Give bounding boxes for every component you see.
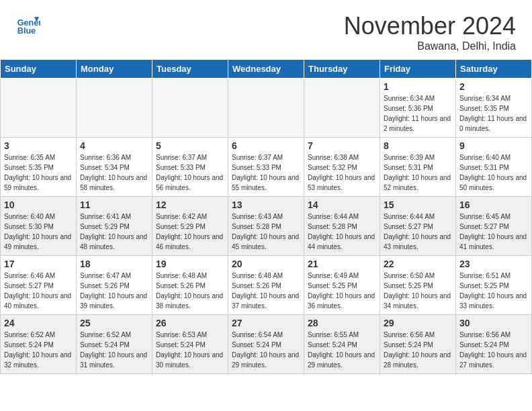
month-title: November 2024 (344, 12, 516, 40)
page-header: General Blue November 2024 Bawana, Delhi… (0, 0, 532, 59)
calendar-day: 24Sunrise: 6:52 AMSunset: 5:24 PMDayligh… (1, 315, 77, 374)
calendar-day: 16Sunrise: 6:45 AMSunset: 5:27 PMDayligh… (456, 197, 532, 256)
logo: General Blue (16, 12, 43, 36)
calendar-day: 19Sunrise: 6:48 AMSunset: 5:26 PMDayligh… (152, 256, 228, 315)
day-number: 4 (80, 140, 148, 151)
day-info: Sunrise: 6:47 AMSunset: 5:26 PMDaylight:… (80, 271, 148, 311)
calendar-day: 23Sunrise: 6:51 AMSunset: 5:25 PMDayligh… (456, 256, 532, 315)
weekday-header-sunday: Sunday (1, 60, 77, 79)
calendar-day (304, 79, 380, 138)
day-info: Sunrise: 6:34 AMSunset: 5:36 PMDaylight:… (384, 93, 452, 134)
day-number: 17 (4, 259, 73, 269)
day-info: Sunrise: 6:43 AMSunset: 5:28 PMDaylight:… (232, 212, 300, 252)
day-info: Sunrise: 6:37 AMSunset: 5:33 PMDaylight:… (156, 152, 224, 193)
day-number: 10 (4, 199, 73, 210)
day-info: Sunrise: 6:48 AMSunset: 5:26 PMDaylight:… (156, 271, 224, 311)
calendar-day: 25Sunrise: 6:52 AMSunset: 5:24 PMDayligh… (77, 315, 152, 374)
day-info: Sunrise: 6:46 AMSunset: 5:27 PMDaylight:… (4, 271, 73, 311)
day-info: Sunrise: 6:39 AMSunset: 5:31 PMDaylight:… (384, 152, 452, 193)
calendar-day: 17Sunrise: 6:46 AMSunset: 5:27 PMDayligh… (1, 256, 77, 315)
day-info: Sunrise: 6:48 AMSunset: 5:26 PMDaylight:… (232, 271, 300, 311)
calendar-day: 18Sunrise: 6:47 AMSunset: 5:26 PMDayligh… (77, 256, 152, 315)
day-info: Sunrise: 6:56 AMSunset: 5:24 PMDaylight:… (384, 330, 452, 370)
calendar-table: SundayMondayTuesdayWednesdayThursdayFrid… (0, 59, 532, 374)
weekday-header-saturday: Saturday (456, 60, 532, 79)
day-info: Sunrise: 6:52 AMSunset: 5:24 PMDaylight:… (80, 330, 148, 370)
weekday-header-wednesday: Wednesday (228, 60, 304, 79)
day-info: Sunrise: 6:44 AMSunset: 5:28 PMDaylight:… (308, 212, 376, 252)
day-number: 8 (384, 140, 452, 151)
calendar-day: 11Sunrise: 6:41 AMSunset: 5:29 PMDayligh… (77, 197, 152, 256)
weekday-header-thursday: Thursday (304, 60, 380, 79)
calendar-week-3: 10Sunrise: 6:40 AMSunset: 5:30 PMDayligh… (1, 197, 532, 256)
calendar-week-2: 3Sunrise: 6:35 AMSunset: 5:35 PMDaylight… (1, 138, 532, 197)
calendar-day: 20Sunrise: 6:48 AMSunset: 5:26 PMDayligh… (228, 256, 304, 315)
calendar-day: 12Sunrise: 6:42 AMSunset: 5:29 PMDayligh… (152, 197, 228, 256)
day-info: Sunrise: 6:40 AMSunset: 5:30 PMDaylight:… (4, 212, 73, 252)
day-number: 19 (156, 259, 224, 269)
day-info: Sunrise: 6:37 AMSunset: 5:33 PMDaylight:… (232, 152, 300, 193)
day-info: Sunrise: 6:38 AMSunset: 5:32 PMDaylight:… (308, 152, 376, 193)
day-info: Sunrise: 6:34 AMSunset: 5:35 PMDaylight:… (459, 93, 528, 134)
day-info: Sunrise: 6:49 AMSunset: 5:25 PMDaylight:… (308, 271, 376, 311)
day-info: Sunrise: 6:36 AMSunset: 5:34 PMDaylight:… (80, 152, 148, 193)
calendar-header-row: SundayMondayTuesdayWednesdayThursdayFrid… (1, 60, 532, 79)
day-info: Sunrise: 6:42 AMSunset: 5:29 PMDaylight:… (156, 212, 224, 252)
day-info: Sunrise: 6:54 AMSunset: 5:24 PMDaylight:… (232, 330, 300, 370)
day-number: 26 (156, 318, 224, 328)
calendar-day: 26Sunrise: 6:53 AMSunset: 5:24 PMDayligh… (152, 315, 228, 374)
day-number: 2 (459, 81, 528, 92)
day-number: 5 (156, 140, 224, 151)
calendar-day: 29Sunrise: 6:56 AMSunset: 5:24 PMDayligh… (380, 315, 456, 374)
calendar-day: 5Sunrise: 6:37 AMSunset: 5:33 PMDaylight… (152, 138, 228, 197)
day-number: 3 (4, 140, 73, 151)
logo-icon: General Blue (16, 12, 40, 36)
day-number: 14 (308, 199, 376, 210)
day-info: Sunrise: 6:41 AMSunset: 5:29 PMDaylight:… (80, 212, 148, 252)
calendar-day: 27Sunrise: 6:54 AMSunset: 5:24 PMDayligh… (228, 315, 304, 374)
calendar-day: 15Sunrise: 6:44 AMSunset: 5:27 PMDayligh… (380, 197, 456, 256)
calendar-day: 8Sunrise: 6:39 AMSunset: 5:31 PMDaylight… (380, 138, 456, 197)
day-info: Sunrise: 6:51 AMSunset: 5:25 PMDaylight:… (459, 271, 528, 311)
calendar-day (77, 79, 152, 138)
calendar-week-1: 1Sunrise: 6:34 AMSunset: 5:36 PMDaylight… (1, 79, 532, 138)
calendar-week-4: 17Sunrise: 6:46 AMSunset: 5:27 PMDayligh… (1, 256, 532, 315)
day-number: 13 (232, 199, 300, 210)
calendar-day: 10Sunrise: 6:40 AMSunset: 5:30 PMDayligh… (1, 197, 77, 256)
day-number: 6 (232, 140, 300, 151)
day-number: 27 (232, 318, 300, 328)
day-number: 1 (384, 81, 452, 92)
day-info: Sunrise: 6:50 AMSunset: 5:25 PMDaylight:… (384, 271, 452, 311)
calendar-day (152, 79, 228, 138)
day-info: Sunrise: 6:44 AMSunset: 5:27 PMDaylight:… (384, 212, 452, 252)
calendar-day: 13Sunrise: 6:43 AMSunset: 5:28 PMDayligh… (228, 197, 304, 256)
day-number: 28 (308, 318, 376, 328)
day-number: 11 (80, 199, 148, 210)
calendar-day: 28Sunrise: 6:55 AMSunset: 5:24 PMDayligh… (304, 315, 380, 374)
day-number: 18 (80, 259, 148, 269)
calendar-day (1, 79, 77, 138)
calendar-day: 6Sunrise: 6:37 AMSunset: 5:33 PMDaylight… (228, 138, 304, 197)
calendar-day: 30Sunrise: 6:56 AMSunset: 5:24 PMDayligh… (456, 315, 532, 374)
day-number: 12 (156, 199, 224, 210)
weekday-header-friday: Friday (380, 60, 456, 79)
day-info: Sunrise: 6:40 AMSunset: 5:31 PMDaylight:… (459, 152, 528, 193)
calendar-day: 21Sunrise: 6:49 AMSunset: 5:25 PMDayligh… (304, 256, 380, 315)
day-info: Sunrise: 6:53 AMSunset: 5:24 PMDaylight:… (156, 330, 224, 370)
day-number: 7 (308, 140, 376, 151)
day-number: 29 (384, 318, 452, 328)
day-number: 16 (459, 199, 528, 210)
day-number: 15 (384, 199, 452, 210)
calendar-week-5: 24Sunrise: 6:52 AMSunset: 5:24 PMDayligh… (1, 315, 532, 374)
day-info: Sunrise: 6:52 AMSunset: 5:24 PMDaylight:… (4, 330, 73, 370)
calendar-day: 14Sunrise: 6:44 AMSunset: 5:28 PMDayligh… (304, 197, 380, 256)
svg-text:Blue: Blue (17, 26, 36, 36)
day-number: 30 (459, 318, 528, 328)
calendar-day: 4Sunrise: 6:36 AMSunset: 5:34 PMDaylight… (77, 138, 152, 197)
weekday-header-tuesday: Tuesday (152, 60, 228, 79)
day-number: 23 (459, 259, 528, 269)
title-block: November 2024 Bawana, Delhi, India (344, 12, 516, 52)
calendar-day: 2Sunrise: 6:34 AMSunset: 5:35 PMDaylight… (456, 79, 532, 138)
calendar-day (228, 79, 304, 138)
calendar-day: 1Sunrise: 6:34 AMSunset: 5:36 PMDaylight… (380, 79, 456, 138)
